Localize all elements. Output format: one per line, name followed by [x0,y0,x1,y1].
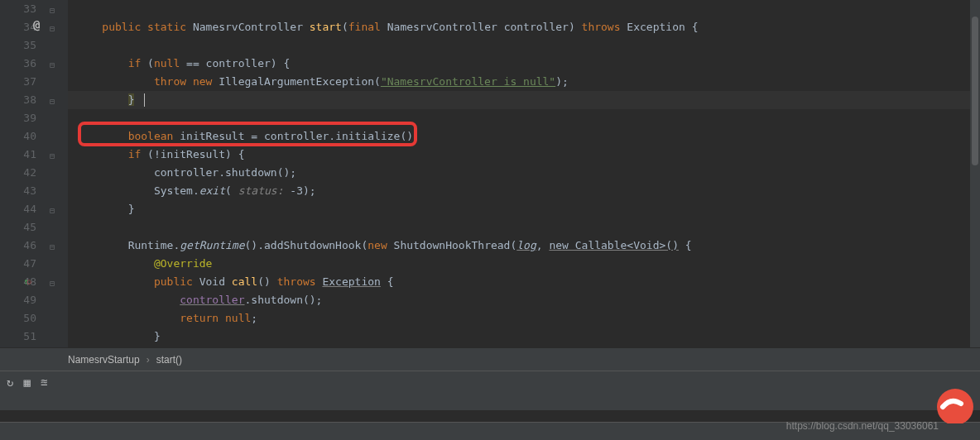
breadcrumb-item[interactable]: NamesrvStartup [68,354,140,366]
fold-collapse-icon[interactable]: ⊟ [47,151,57,160]
text-caret [144,93,145,107]
fold-collapse-icon[interactable]: ⊟ [47,60,57,69]
fold-collapse-icon[interactable]: ⊟ [47,242,57,251]
breadcrumb-bar: NamesrvStartup › start() [0,347,980,371]
code-line[interactable]: return null; [76,309,980,328]
line-number: 34 [0,18,36,36]
code-line[interactable]: Runtime.getRuntime().addShutdownHook(new… [76,237,980,255]
code-line[interactable]: controller.shutdown(); [76,164,980,182]
code-line[interactable]: if (null == controller) { [76,55,980,73]
code-line[interactable]: public Void call() throws Exception { [76,273,980,291]
fold-end-icon[interactable]: ⊟ [47,205,57,215]
refresh-icon[interactable]: ↻ [7,375,13,389]
line-number: 35 [0,36,36,55]
code-line[interactable]: } [76,91,980,109]
code-line[interactable]: throw new IllegalArgumentException("Name… [76,73,980,91]
code-line[interactable] [76,218,980,237]
fold-end-icon[interactable]: ⊟ [47,96,57,106]
line-number: 47 [0,255,36,273]
line-number: 40 [0,127,36,146]
breadcrumb-item[interactable]: start() [156,354,182,366]
code-line[interactable] [76,0,980,18]
line-number: 45 [0,218,36,237]
grid-icon[interactable]: ▦ [23,375,30,389]
fold-region-icon[interactable]: ⊟ [47,5,57,15]
filter-icon[interactable]: ≊ [41,375,47,389]
line-number: 38 [0,91,36,109]
fold-collapse-icon[interactable]: ⊟ [47,23,57,33]
fold-column: ⊟ ⊟ ⊟ ⊟ ⊟ ⊟ ⊟ ⊟ [43,0,68,347]
code-line[interactable]: if (!initResult) { [76,146,980,164]
code-line[interactable]: } [76,328,980,346]
code-line[interactable] [76,109,980,127]
line-number: 37 [0,73,36,91]
code-line[interactable]: System.exit( status: -3); [76,182,980,200]
code-line[interactable]: boolean initResult = controller.initiali… [76,127,980,146]
code-line[interactable]: @Override [76,255,980,273]
line-number: 39 [0,109,36,127]
editor-container: 33 34 35 36 37 38 39 40 41 42 43 44 45 4… [0,0,980,347]
override-up-icon[interactable]: ↑○ [23,276,31,287]
line-number: 42 [0,164,36,182]
tool-window-bar: ↻ ▦ ≊ [0,371,980,410]
code-line[interactable]: public static NamesrvController start(fi… [76,18,980,36]
line-number: 43 [0,182,36,200]
fold-collapse-icon[interactable]: ⊟ [47,278,57,288]
line-gutter: 33 34 35 36 37 38 39 40 41 42 43 44 45 4… [0,0,43,347]
line-number: 51 [0,328,36,346]
watermark-text: https://blog.csdn.net/qq_33036061 [786,420,939,432]
line-number: 44 [0,200,36,218]
chevron-right-icon: › [147,354,150,366]
line-number: 49 [0,291,36,309]
line-number: 50 [0,309,36,328]
code-line[interactable]: controller.shutdown(); [76,291,980,309]
line-number: 33 [0,0,36,18]
at-gutter-icon[interactable]: @ [33,18,40,31]
line-number: 41 [0,146,36,164]
csdn-badge-icon [926,382,976,423]
line-number: 36 [0,55,36,73]
line-number: 46 [0,237,36,255]
code-line[interactable] [76,36,980,55]
code-line[interactable]: } [76,200,980,218]
code-editor[interactable]: public static NamesrvController start(fi… [68,0,980,347]
